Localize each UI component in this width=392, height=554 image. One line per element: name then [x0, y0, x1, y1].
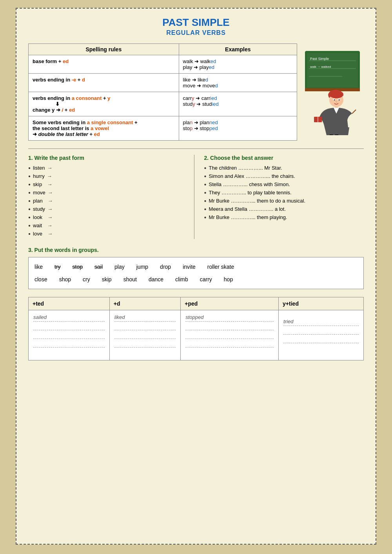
svg-line-15 — [352, 110, 356, 114]
blank-line — [33, 323, 105, 330]
word: roller skate — [207, 261, 234, 272]
word: drop — [160, 261, 171, 272]
group-cell: liked — [109, 310, 180, 360]
exercise2-list: The children …………... Mr Star. Simon and … — [204, 165, 364, 220]
rule-cell: base form + ed — [29, 55, 179, 74]
word: stop — [73, 261, 83, 272]
word-bank: like try stop sail play jump drop invite… — [28, 257, 364, 289]
group-cell: sailed — [29, 310, 110, 360]
exercise-2: 2. Choose the best answer The children …… — [202, 155, 364, 239]
table-row: sailed liked — [29, 310, 364, 360]
group-header: +ted — [29, 297, 110, 310]
group-cell: tried — [279, 310, 364, 360]
list-item: The children …………... Mr Star. — [204, 165, 364, 171]
word-row-1: like try stop sail play jump drop invite… — [34, 261, 358, 272]
blank-line — [33, 332, 105, 339]
table-row: verbs ending in -e + d like ➜ liked move… — [29, 74, 297, 92]
blank-line — [283, 328, 359, 335]
word: like — [34, 261, 43, 272]
word: play — [114, 261, 125, 272]
page-container: PAST SIMPLE REGULAR VERBS Spelling rules… — [16, 8, 376, 545]
word: shout — [123, 274, 137, 285]
blank-line — [114, 323, 176, 330]
word: sail — [94, 261, 103, 272]
example-word: stopped — [185, 314, 274, 322]
groups-table: +ted +d +ped y+tied sailed — [28, 297, 364, 360]
list-item: love → — [28, 231, 188, 237]
list-item: look → — [28, 214, 188, 220]
blank-line — [283, 345, 359, 352]
list-item: Simon and Alex …………... the chairs. — [204, 173, 364, 179]
list-item: They …………... to play table tennis. — [204, 190, 364, 196]
exercises-section: 1. Write the past form listen → hurry → … — [28, 148, 364, 239]
exercise2-title: 2. Choose the best answer — [204, 155, 364, 161]
example-cell: carry ➜ carried study ➜ studied — [179, 92, 297, 116]
word: invite — [183, 261, 196, 272]
blank-line — [114, 340, 176, 348]
list-item: skip → — [28, 181, 188, 187]
svg-rect-17 — [335, 134, 338, 135]
word: close — [34, 274, 47, 285]
exercise1-list: listen → hurry → skip → move → plan → st… — [28, 165, 188, 237]
list-item: wait → — [28, 223, 188, 228]
page-subtitle: REGULAR VERBS — [28, 29, 364, 36]
svg-rect-16 — [330, 134, 333, 135]
word: shop — [59, 274, 71, 285]
rule-cell: verbs ending in -e + d — [29, 74, 179, 92]
example-cell: walk ➜ walked play ➜ played — [179, 55, 297, 74]
blank-line — [185, 332, 274, 339]
highlight-ed: ed — [63, 58, 69, 64]
exercise3-title: 3. Put the words in groups. — [28, 247, 364, 253]
exercise-1: 1. Write the past form listen → hurry → … — [28, 155, 194, 239]
table-row: base form + ed walk ➜ walked play ➜ play… — [29, 55, 297, 74]
list-item: move → — [28, 190, 188, 196]
svg-text:walk → walked: walk → walked — [310, 65, 331, 69]
list-item: Meera and Stella …………... a lot. — [204, 206, 364, 212]
blank-line — [185, 323, 274, 330]
word: climb — [175, 274, 188, 285]
col2-header: Examples — [179, 44, 297, 55]
rule-cell: Some verbs ending in a single consonant … — [29, 116, 179, 141]
group-cell: stopped — [181, 310, 279, 360]
blank-line — [114, 332, 176, 339]
list-item: Mr Burke …………... them playing. — [204, 214, 364, 220]
table-row: Some verbs ending in a single consonant … — [29, 116, 297, 141]
blank-line — [33, 340, 105, 348]
spelling-section: Spelling rules Examples base form + ed w… — [28, 43, 364, 141]
spelling-table: Spelling rules Examples base form + ed w… — [28, 43, 297, 141]
blank-line — [114, 349, 176, 356]
word: carry — [200, 274, 212, 285]
group-header: y+tied — [279, 297, 364, 310]
table-row: verbs ending in a consonant + y ⬇ change… — [29, 92, 297, 116]
example-word: tried — [283, 319, 359, 326]
blank-line — [185, 340, 274, 348]
blank-line — [283, 336, 359, 343]
col1-header: Spelling rules — [29, 44, 179, 55]
page-title: PAST SIMPLE — [28, 16, 364, 29]
blank-line — [185, 349, 274, 356]
svg-text:Past Simple: Past Simple — [310, 57, 329, 61]
word: jump — [136, 261, 148, 272]
group-header: +ped — [181, 297, 279, 310]
blank-line — [33, 349, 105, 356]
word-row-2: close shop cry skip shout dance climb ca… — [34, 274, 358, 285]
list-item: study → — [28, 206, 188, 212]
example-word: sailed — [33, 314, 105, 322]
list-item: plan → — [28, 198, 188, 204]
word: try — [54, 261, 61, 272]
list-item: hurry → — [28, 173, 188, 179]
list-item: Stella …………... chess with Simon. — [204, 181, 364, 187]
svg-point-13 — [339, 100, 340, 101]
example-word: liked — [114, 314, 176, 322]
word: skip — [102, 274, 112, 285]
svg-point-12 — [334, 100, 335, 101]
example-cell: like ➜ liked move ➜ moved — [179, 74, 297, 92]
rule-cell: verbs ending in a consonant + y ⬇ change… — [29, 92, 179, 116]
word: hop — [224, 274, 233, 285]
list-item: Mr Burke …………... them to do a musical. — [204, 198, 364, 204]
list-item: listen → — [28, 165, 188, 171]
word: cry — [83, 274, 90, 285]
teacher-svg: Past Simple walk → walked — [303, 49, 362, 135]
exercise1-title: 1. Write the past form — [28, 155, 188, 161]
example-cell: plan ➜ planned stop ➜ stopped — [179, 116, 297, 141]
